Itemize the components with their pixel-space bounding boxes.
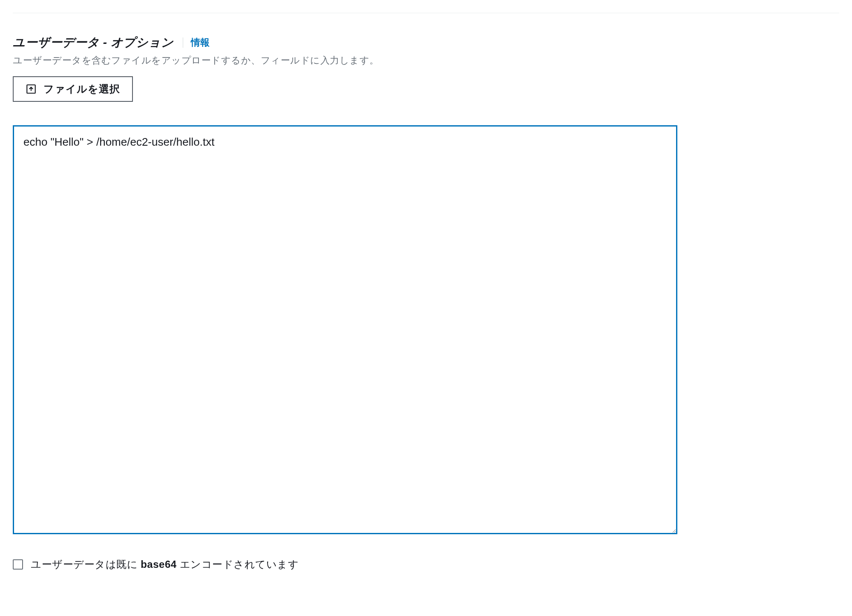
base64-checkbox[interactable]	[13, 559, 23, 570]
info-link[interactable]: 情報	[191, 36, 210, 49]
base64-label-bold: base64	[141, 558, 176, 570]
section-title: ユーザーデータ - オプション	[13, 35, 173, 51]
top-divider	[13, 13, 839, 13]
section-description: ユーザーデータを含むファイルをアップロードするか、フィールドに入力します。	[13, 54, 686, 67]
userdata-section: ユーザーデータ - オプション 情報 ユーザーデータを含むファイルをアップロード…	[13, 35, 686, 571]
section-header: ユーザーデータ - オプション 情報	[13, 35, 686, 51]
title-divider	[183, 37, 183, 48]
base64-label-suffix: エンコードされています	[177, 558, 299, 570]
base64-checkbox-row: ユーザーデータは既に base64 エンコードされています	[13, 558, 686, 571]
upload-icon	[26, 83, 37, 95]
file-select-button[interactable]: ファイルを選択	[13, 76, 133, 102]
base64-label-prefix: ユーザーデータは既に	[31, 558, 141, 570]
file-select-label: ファイルを選択	[43, 82, 120, 96]
base64-checkbox-label[interactable]: ユーザーデータは既に base64 エンコードされています	[31, 558, 299, 571]
userdata-textarea[interactable]	[13, 125, 677, 534]
